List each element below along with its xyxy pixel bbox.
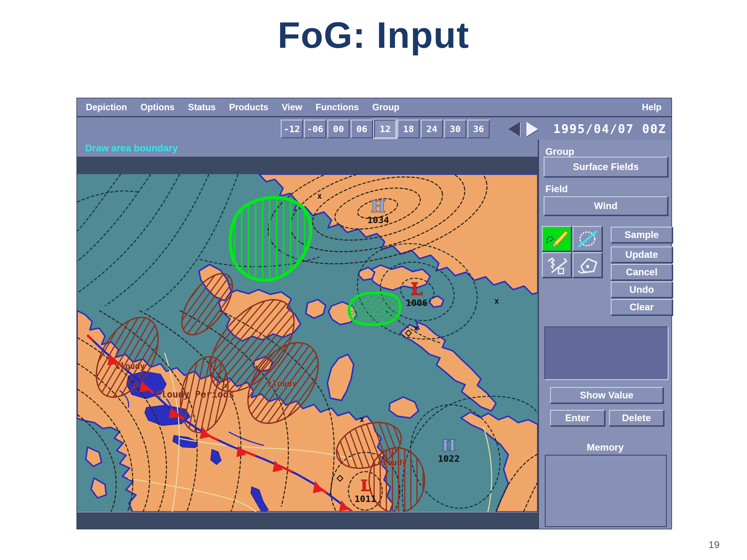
show-value-button[interactable]: Show Value — [550, 387, 663, 403]
menu-functions[interactable]: Functions — [309, 102, 366, 113]
time-button-strip: -12 -06 00 06 12 18 24 30 36 — [281, 119, 491, 138]
memory-label: Memory — [539, 442, 671, 453]
svg-text:x: x — [360, 415, 364, 424]
low-1-value: 1006 — [406, 297, 428, 308]
step-forward-arrow-icon[interactable] — [526, 122, 538, 136]
fog-app-window: Depiction Options Status Products View F… — [76, 98, 672, 529]
step-back-arrow-icon[interactable] — [508, 122, 520, 136]
map-top-band — [77, 157, 538, 174]
group-selector-button[interactable]: Surface Fields — [544, 157, 668, 177]
menu-group[interactable]: Group — [366, 102, 406, 113]
field-label: Field — [545, 183, 568, 194]
status-bar: Draw area boundary — [77, 140, 538, 157]
cloudy-periods-label: Cloudy Periods — [156, 389, 234, 400]
enter-button[interactable]: Enter — [550, 410, 605, 426]
time-toolbar: -12 -06 00 06 12 18 24 30 36 1995/04/07 … — [77, 118, 671, 140]
memory-list-box[interactable] — [545, 455, 667, 527]
slide-title: FoG: Input — [0, 14, 747, 56]
weather-map[interactable]: x x x x H 1034 L 1006 — [77, 174, 538, 512]
menu-depiction[interactable]: Depiction — [77, 102, 134, 113]
modify-tools-icon — [545, 256, 568, 275]
high-2-value: 1022 — [438, 453, 460, 464]
delete-button[interactable]: Delete — [609, 410, 664, 426]
menu-help[interactable]: Help — [635, 102, 671, 113]
field-selector-button[interactable]: Wind — [544, 196, 668, 216]
menu-view[interactable]: View — [275, 102, 309, 113]
cloudy-label-2: cloudy — [267, 379, 297, 389]
ellipse-slash-tool[interactable] — [572, 226, 602, 251]
label-tag-tool[interactable] — [572, 252, 602, 278]
group-label: Group — [545, 146, 574, 157]
sample-button[interactable]: Sample — [611, 226, 673, 243]
update-button[interactable]: Update — [611, 246, 673, 263]
svg-text:x: x — [317, 192, 322, 201]
time-button-06[interactable]: 06 — [351, 119, 373, 138]
time-button-18[interactable]: 18 — [397, 119, 420, 138]
pencil-draw-tool[interactable] — [542, 226, 572, 251]
pencil-draw-icon — [545, 229, 568, 248]
time-button-12-selected[interactable]: 12 — [374, 119, 396, 138]
time-button-30[interactable]: 30 — [444, 119, 466, 138]
map-bottom-band — [77, 512, 538, 529]
menu-products[interactable]: Products — [222, 102, 275, 113]
low-2-symbol: L — [361, 477, 371, 495]
high-1-value: 1034 — [367, 215, 389, 225]
time-button-minus12[interactable]: -12 — [281, 119, 303, 138]
depiction-datetime: 1995/04/07 00Z — [553, 122, 667, 136]
undo-button[interactable]: Undo — [611, 282, 673, 298]
svg-text:x: x — [494, 297, 499, 305]
svg-text:x: x — [413, 324, 418, 332]
time-button-minus06[interactable]: -06 — [304, 119, 326, 138]
content-region: Draw area boundary — [77, 140, 671, 529]
low-1-symbol: L — [411, 279, 423, 299]
page-number: 19 — [709, 539, 720, 550]
high-1-symbol: H — [370, 197, 385, 216]
cancel-button[interactable]: Cancel — [611, 264, 673, 280]
menu-status[interactable]: Status — [181, 102, 222, 113]
modify-tools-tool[interactable] — [542, 252, 572, 278]
cloudy-label-1: cloudy — [115, 362, 145, 371]
menu-bar: Depiction Options Status Products View F… — [77, 98, 671, 117]
high-2-symbol: H — [442, 437, 456, 454]
map-area[interactable]: x x x x H 1034 L 1006 — [77, 174, 538, 512]
value-display-box — [544, 326, 669, 380]
status-message: Draw area boundary — [85, 143, 178, 154]
slide: FoG: Input Depiction Options Status Prod… — [0, 0, 747, 560]
time-button-00[interactable]: 00 — [327, 119, 350, 138]
ellipse-slash-icon — [576, 229, 599, 248]
drawing-tool-grid — [542, 226, 603, 278]
time-button-36[interactable]: 36 — [467, 119, 490, 138]
map-column: Draw area boundary — [77, 140, 538, 529]
low-2-value: 1011 — [355, 494, 377, 504]
clear-button[interactable]: Clear — [611, 299, 673, 315]
label-tag-icon — [576, 256, 599, 275]
editing-panel: Group Surface Fields Field Wind — [538, 140, 671, 529]
cloudy-label-3: cloudy — [377, 458, 407, 467]
menu-options[interactable]: Options — [134, 102, 181, 113]
drawn-area-textured-green — [349, 293, 400, 325]
time-button-24[interactable]: 24 — [421, 119, 443, 138]
